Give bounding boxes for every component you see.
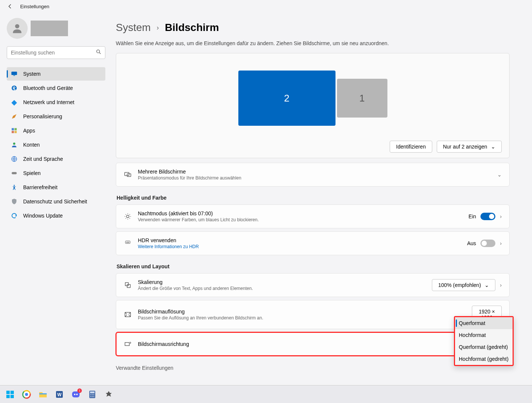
bluetooth-icon	[10, 84, 18, 92]
discord-badge: 1	[77, 388, 82, 393]
word-icon[interactable]: W	[52, 387, 66, 402]
orientation-option-portrait-flipped[interactable]: Hochformat (gedreht)	[455, 353, 513, 365]
chevron-right-icon: ›	[500, 282, 502, 288]
svg-point-42	[90, 396, 92, 397]
resolution-row[interactable]: Bildschirmauflösung Passen Sie die Auflö…	[116, 300, 510, 329]
sidebar-item-accessibility[interactable]: Barrierefreiheit	[7, 181, 105, 194]
back-icon[interactable]	[7, 3, 13, 10]
scaling-dropdown[interactable]: 100% (empfohlen) ⌄	[432, 279, 495, 291]
svg-rect-23	[10, 391, 14, 394]
svg-point-41	[93, 394, 95, 395]
start-button[interactable]	[3, 387, 17, 402]
orientation-option-portrait[interactable]: Hochformat	[455, 329, 513, 341]
display-arrangement-panel: 2 1 Identifizieren Nur auf 2 anzeigen ⌄	[116, 53, 510, 158]
row-subtitle: Präsentationsmodus für Ihre Bildschirme …	[138, 175, 491, 181]
sidebar-item-windows-update[interactable]: Windows Update	[7, 209, 105, 222]
sidebar-item-label: Personalisierung	[23, 113, 62, 119]
sidebar-item-bluetooth[interactable]: Bluetooth und Geräte	[7, 81, 105, 95]
hdr-icon: HDR	[124, 239, 132, 247]
night-mode-row[interactable]: Nachtmodus (aktiviert bis 07:00) Verwend…	[116, 204, 510, 228]
file-explorer-icon[interactable]	[36, 387, 50, 402]
svg-text:HDR: HDR	[126, 241, 130, 243]
sidebar-item-apps[interactable]: Apps	[7, 124, 105, 137]
row-title: HDR verwenden	[138, 237, 461, 243]
page-title: Bildschirm	[165, 22, 219, 34]
sidebar-item-label: Spielen	[23, 170, 41, 176]
svg-rect-11	[12, 172, 17, 174]
display-1[interactable]: 1	[337, 79, 387, 118]
sidebar-item-label: Konten	[23, 142, 40, 148]
chevron-right-icon: ›	[500, 240, 502, 246]
svg-point-43	[92, 396, 93, 397]
svg-rect-21	[125, 343, 130, 346]
orientation-row[interactable]: Bildschirmausrichtung Querformat Hochfor…	[116, 332, 510, 356]
svg-rect-5	[12, 128, 14, 130]
search-input[interactable]	[7, 46, 105, 59]
taskbar: W 1	[0, 385, 532, 403]
sidebar-item-time-language[interactable]: Zeit und Sprache	[7, 152, 105, 166]
breadcrumb-level1[interactable]: System	[116, 22, 151, 34]
sidebar-item-label: Netzwerk und Internet	[23, 99, 74, 105]
globe-icon	[10, 155, 18, 163]
sidebar-item-privacy[interactable]: Datenschutz und Sicherheit	[7, 195, 105, 208]
sidebar-item-gaming[interactable]: Spielen	[7, 166, 105, 180]
sidebar-item-system[interactable]: System	[7, 67, 105, 81]
person-icon	[10, 141, 18, 149]
row-title: Bildschirmausrichtung	[138, 341, 502, 347]
display-mode-value: Nur auf 2 anzeigen	[443, 144, 487, 150]
svg-point-39	[90, 394, 92, 395]
hdr-toggle[interactable]	[480, 240, 495, 247]
identify-button[interactable]: Identifizieren	[390, 141, 432, 153]
scale-icon	[124, 281, 132, 289]
display-mode-dropdown[interactable]: Nur auf 2 anzeigen ⌄	[437, 141, 502, 153]
hdr-row[interactable]: HDR HDR verwenden Weitere Informationen …	[116, 231, 510, 255]
avatar	[7, 18, 28, 39]
scaling-row[interactable]: Skalierung Ändert die Größe von Text, Ap…	[116, 273, 510, 297]
sidebar-item-personalization[interactable]: Personalisierung	[7, 110, 105, 123]
sidebar-item-label: Zeit und Sprache	[23, 156, 63, 162]
sidebar-item-network[interactable]: Netzwerk und Internet	[7, 96, 105, 109]
svg-point-40	[92, 394, 93, 395]
svg-rect-31	[39, 393, 47, 394]
row-title: Skalierung	[138, 279, 426, 285]
sidebar-item-label: System	[23, 71, 41, 77]
section-scale-layout: Skalieren und Layout	[117, 263, 509, 269]
calculator-icon[interactable]	[85, 387, 99, 402]
svg-point-35	[74, 394, 75, 395]
orientation-option-landscape-flipped[interactable]: Querformat (gedreht)	[455, 341, 513, 353]
window-title: Einstellungen	[20, 4, 49, 9]
row-title: Nachtmodus (aktiviert bis 07:00)	[138, 210, 463, 216]
display-2[interactable]: 2	[238, 71, 335, 126]
hdr-info-link[interactable]: Weitere Informationen zu HDR	[138, 244, 461, 249]
chevron-down-icon: ⌄	[497, 172, 502, 178]
sidebar-item-accounts[interactable]: Konten	[7, 138, 105, 151]
shield-icon	[10, 198, 18, 205]
svg-rect-19	[127, 284, 130, 287]
section-brightness-color: Helligkeit und Farbe	[117, 195, 509, 201]
resolution-icon	[124, 310, 132, 319]
night-light-icon	[124, 212, 132, 221]
section-related-partial: Verwandte Einstellungen	[116, 365, 510, 371]
accessibility-icon	[10, 184, 18, 191]
night-mode-toggle[interactable]	[480, 213, 495, 220]
page-description: Wählen Sie eine Anzeige aus, um die Eins…	[116, 40, 510, 46]
game-icon[interactable]	[102, 387, 116, 402]
svg-rect-18	[125, 282, 128, 285]
displays-icon	[124, 171, 132, 179]
chevron-down-icon: ⌄	[485, 282, 489, 288]
chrome-icon[interactable]	[19, 387, 34, 402]
chevron-down-icon: ⌄	[491, 144, 495, 150]
svg-point-30	[25, 393, 28, 396]
row-subtitle: Verwenden wärmerer Farben, um blaues Lic…	[138, 217, 463, 222]
svg-rect-13	[125, 172, 129, 175]
orientation-option-landscape[interactable]: Querformat	[455, 317, 513, 329]
discord-icon[interactable]: 1	[69, 387, 83, 402]
apps-icon	[10, 127, 18, 134]
multiple-displays-row[interactable]: Mehrere Bildschirme Präsentationsmodus f…	[116, 163, 510, 187]
scaling-value: 100% (empfohlen)	[438, 282, 481, 288]
svg-rect-3	[13, 75, 15, 76]
sidebar-item-label: Datenschutz und Sicherheit	[23, 199, 87, 204]
update-icon	[10, 212, 18, 219]
svg-rect-8	[15, 131, 17, 133]
breadcrumb: System › Bildschirm	[116, 22, 510, 34]
